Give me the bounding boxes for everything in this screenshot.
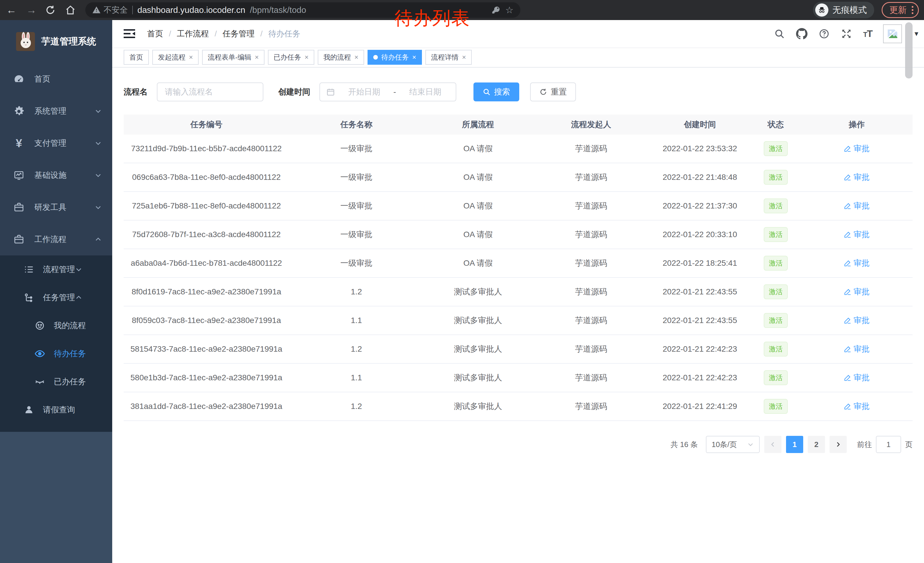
- sidebar-item-label: 工作流程: [34, 234, 94, 245]
- bookmark-star-icon[interactable]: ☆: [505, 5, 513, 15]
- close-icon[interactable]: ×: [255, 53, 259, 61]
- active-dot: [373, 55, 378, 60]
- table-row: 8f0d1619-7ac8-11ec-a9e2-a2380e71991a 1.2…: [124, 278, 912, 306]
- process-name-input[interactable]: [157, 83, 263, 101]
- back-icon[interactable]: ←: [5, 5, 18, 15]
- cell-process: 测试多审批人: [424, 306, 532, 335]
- approve-link[interactable]: 审批: [844, 200, 870, 211]
- approve-link[interactable]: 审批: [844, 258, 870, 269]
- tags-bar: 首页 发起流程× 流程表单-编辑× 已办任务× 我的流程× 待办任务× 流程详情…: [112, 48, 924, 68]
- search-button[interactable]: 搜索: [474, 83, 519, 101]
- tag-start-process[interactable]: 发起流程×: [152, 50, 199, 65]
- cell-starter: 芋道源码: [532, 278, 650, 306]
- cell-create-time: 2022-01-21 22:41:29: [650, 392, 750, 420]
- approve-link[interactable]: 审批: [844, 401, 870, 412]
- browser-menu-icon[interactable]: [912, 6, 914, 14]
- approve-link[interactable]: 审批: [844, 372, 870, 383]
- col-task-id: 任务编号: [124, 114, 289, 135]
- page-2-button[interactable]: 2: [808, 436, 825, 453]
- sidebar-item-home[interactable]: 首页: [0, 63, 112, 95]
- approve-link[interactable]: 审批: [844, 172, 870, 183]
- avatar-caret-icon[interactable]: ▾: [915, 29, 918, 38]
- search-icon[interactable]: [774, 28, 785, 39]
- sidebar-item-process-mgmt[interactable]: 流程管理: [0, 255, 112, 284]
- goto-page-input[interactable]: [876, 436, 901, 453]
- sidebar-item-my-process[interactable]: 我的流程: [0, 312, 112, 339]
- sidebar-filler: [0, 432, 112, 563]
- logo-row[interactable]: 芋道管理系统: [0, 20, 112, 63]
- cell-task-name: 一级审批: [289, 135, 424, 163]
- sidebar-item-payment[interactable]: ¥ 支付管理: [0, 127, 112, 159]
- url-host: dashboard.yudao.iocoder.cn: [137, 5, 245, 15]
- col-status: 状态: [750, 114, 801, 135]
- incognito-icon: [815, 3, 828, 17]
- edit-pen-icon: [844, 202, 851, 210]
- close-icon[interactable]: ×: [354, 53, 358, 61]
- total-count: 共 16 条: [670, 440, 698, 450]
- sidebar-item-leave-query[interactable]: 请假查询: [0, 396, 112, 424]
- breadcrumb-home[interactable]: 首页: [147, 29, 163, 39]
- sidebar-item-label: 任务管理: [43, 292, 75, 303]
- prev-page-button[interactable]: [764, 436, 782, 453]
- github-icon[interactable]: [796, 28, 807, 39]
- page-content: 流程名 创建时间 开始日期 - 结束日期 搜索 重: [112, 68, 924, 563]
- tag-todo-tasks[interactable]: 待办任务×: [368, 50, 422, 65]
- tag-done-tasks[interactable]: 已办任务×: [268, 50, 314, 65]
- sidebar-item-infra[interactable]: 基础设施: [0, 159, 112, 191]
- page-1-button[interactable]: 1: [786, 436, 803, 453]
- sidebar-item-system[interactable]: 系统管理: [0, 95, 112, 127]
- tag-form-edit[interactable]: 流程表单-编辑×: [202, 50, 264, 65]
- start-date-placeholder: 开始日期: [340, 87, 388, 98]
- reload-icon[interactable]: [45, 5, 58, 15]
- app-logo: [16, 32, 35, 51]
- incognito-label: 无痕模式: [832, 4, 867, 16]
- home-icon[interactable]: [65, 5, 78, 15]
- date-range-picker[interactable]: 开始日期 - 结束日期: [320, 83, 456, 101]
- sidebar-item-workflow[interactable]: 工作流程: [0, 224, 112, 255]
- scrollbar-thumb[interactable]: [905, 23, 912, 78]
- cell-task-id: 58154733-7ac8-11ec-a9e2-a2380e71991a: [124, 335, 289, 363]
- next-page-button[interactable]: [830, 436, 847, 453]
- create-time-label: 创建时间: [278, 87, 310, 98]
- close-icon[interactable]: ×: [412, 53, 416, 61]
- cell-task-id: 8f059c03-7ac8-11ec-a9e2-a2380e71991a: [124, 306, 289, 335]
- face-icon: [34, 320, 46, 332]
- cell-starter: 芋道源码: [532, 163, 650, 191]
- approve-link[interactable]: 审批: [844, 315, 870, 326]
- page-size-select[interactable]: 10条/页: [706, 436, 760, 453]
- range-separator: -: [393, 87, 396, 96]
- goto-label: 前往: [857, 440, 872, 450]
- avatar[interactable]: [883, 24, 902, 43]
- close-icon[interactable]: ×: [462, 53, 466, 61]
- font-size-icon[interactable]: TT: [863, 28, 872, 39]
- tag-process-detail[interactable]: 流程详情×: [425, 50, 472, 65]
- help-icon[interactable]: [818, 28, 830, 39]
- sidebar-item-devtools[interactable]: 研发工具: [0, 191, 112, 224]
- cell-create-time: 2022-01-22 18:25:41: [650, 249, 750, 277]
- sidebar-menu: 首页 系统管理 ¥ 支付管理: [0, 63, 112, 255]
- collapse-sidebar-icon[interactable]: [123, 28, 136, 39]
- forward-icon[interactable]: →: [25, 5, 38, 15]
- yen-icon: ¥: [13, 137, 25, 150]
- fullscreen-icon[interactable]: [841, 28, 852, 39]
- sidebar-item-label: 待办任务: [54, 348, 86, 359]
- approve-link[interactable]: 审批: [844, 286, 870, 297]
- breadcrumb-task-mgmt[interactable]: 任务管理: [223, 29, 255, 39]
- sidebar-item-task-mgmt[interactable]: 任务管理: [0, 284, 112, 312]
- cell-task-id: 8f0d1619-7ac8-11ec-a9e2-a2380e71991a: [124, 278, 289, 306]
- approve-link[interactable]: 审批: [844, 344, 870, 354]
- sidebar-item-todo-tasks[interactable]: 待办任务: [0, 339, 112, 368]
- close-icon[interactable]: ×: [189, 53, 193, 61]
- tag-home[interactable]: 首页: [124, 50, 149, 65]
- not-secure-warning[interactable]: 不安全: [92, 5, 128, 15]
- key-icon[interactable]: [492, 6, 501, 15]
- approve-link[interactable]: 审批: [844, 229, 870, 240]
- sidebar-item-done-tasks[interactable]: 已办任务: [0, 368, 112, 396]
- breadcrumb-workflow[interactable]: 工作流程: [177, 29, 209, 39]
- update-button[interactable]: 更新: [882, 2, 919, 18]
- reset-button[interactable]: 重置: [530, 83, 576, 101]
- chevron-up-icon: [94, 236, 102, 243]
- tag-my-process[interactable]: 我的流程×: [318, 50, 364, 65]
- close-icon[interactable]: ×: [304, 53, 309, 61]
- approve-link[interactable]: 审批: [844, 143, 870, 154]
